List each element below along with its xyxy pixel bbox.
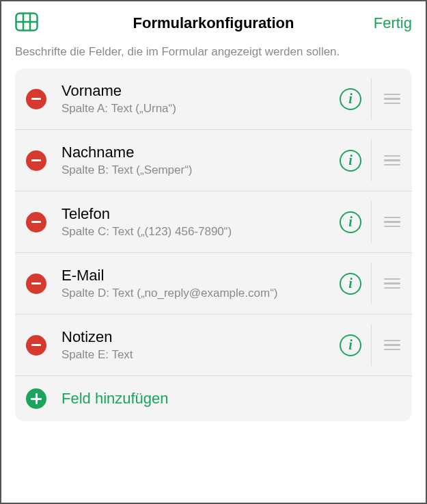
remove-field-icon[interactable] [26,335,46,356]
field-subtitle: Spalte D: Text („no_reply@example.com“) [61,286,333,300]
field-text[interactable]: E-Mail Spalte D: Text („no_reply@example… [46,267,340,300]
field-title: Vorname [61,82,333,100]
field-row: Telefon Spalte C: Text („(123) 456-7890“… [15,191,412,253]
field-subtitle: Spalte E: Text [61,347,333,362]
field-row: Nachname Spalte B: Text („Semper“) i [15,130,412,191]
info-icon[interactable]: i [340,88,361,110]
field-row: E-Mail Spalte D: Text („no_reply@example… [15,253,412,315]
plus-icon [26,388,46,409]
field-subtitle: Spalte C: Text („(123) 456-7890“) [61,224,333,239]
remove-field-icon[interactable] [26,274,46,294]
remove-field-icon[interactable] [26,212,46,233]
instructions-text: Beschrifte die Felder, die im Formular a… [1,45,426,68]
add-field-button[interactable]: Feld hinzufügen [15,376,412,421]
field-text[interactable]: Vorname Spalte A: Text („Urna“) [46,82,340,116]
info-icon[interactable]: i [340,211,361,233]
spreadsheet-icon[interactable] [15,12,38,34]
info-icon[interactable]: i [340,334,361,356]
add-field-label: Feld hinzufügen [61,390,169,408]
field-text[interactable]: Nachname Spalte B: Text („Semper“) [46,144,340,177]
remove-field-icon[interactable] [26,150,46,171]
drag-handle-icon[interactable] [371,78,412,120]
field-title: Telefon [61,205,333,223]
page-title: Formularkonfiguration [1,14,426,32]
drag-handle-icon[interactable] [371,140,412,181]
info-icon[interactable]: i [340,273,361,295]
field-row: Notizen Spalte E: Text i [15,315,412,376]
field-title: Nachname [61,144,333,161]
field-subtitle: Spalte B: Text („Semper“) [61,163,333,177]
drag-handle-icon[interactable] [371,324,412,366]
field-text[interactable]: Telefon Spalte C: Text („(123) 456-7890“… [46,205,340,239]
field-row: Vorname Spalte A: Text („Urna“) i [15,68,412,130]
field-subtitle: Spalte A: Text („Urna“) [61,101,333,116]
field-text[interactable]: Notizen Spalte E: Text [46,328,340,362]
field-title: E-Mail [61,267,333,284]
drag-handle-icon[interactable] [371,201,412,243]
drag-handle-icon[interactable] [371,263,412,304]
header-bar: Formularkonfiguration Fertig [1,1,426,45]
done-button[interactable]: Fertig [374,14,412,32]
field-list: Vorname Spalte A: Text („Urna“) i Nachna… [15,68,412,421]
remove-field-icon[interactable] [26,89,46,109]
field-title: Notizen [61,328,333,346]
info-icon[interactable]: i [340,150,361,172]
